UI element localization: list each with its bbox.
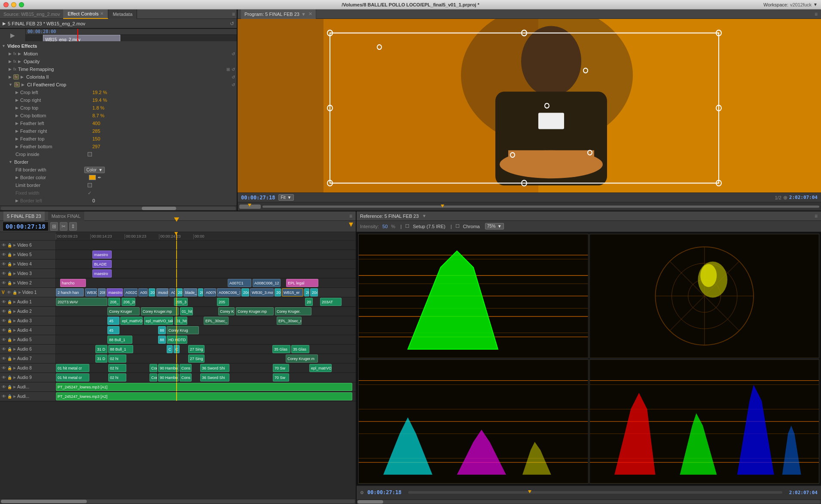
track-expand-icon[interactable]: ▶ [13,338,16,342]
clip-maestro-v5[interactable]: maestro [92,250,112,259]
clip-expand-arrow[interactable]: ▶ [3,21,6,26]
clip-27sing-a7[interactable]: 27 Sing [188,354,204,363]
monitor-scrubber-left[interactable] [239,205,261,209]
chroma-value-dropdown[interactable]: 75% ▼ [485,223,504,229]
program-monitor-tab[interactable]: Program: 5 FINAL FEB 23 ▼ ✕ [241,9,316,19]
clip-31d-a6[interactable]: 31 D [95,345,107,353]
track-eye-icon[interactable]: 👁 [2,309,6,314]
zoom-icon[interactable]: ⊕ [783,195,787,201]
track-expand-icon[interactable]: ▶ [13,394,16,398]
clip-205b[interactable]: 205 [217,298,229,306]
clip-maestro-v3[interactable]: maestro [92,269,112,278]
clip-204c-v1[interactable]: 204 [310,288,318,296]
clip-hancho-v2[interactable]: hancho [60,279,86,287]
track-expand-icon[interactable]: ▶ [13,347,16,351]
track-lock-icon[interactable]: 🔒 [7,385,12,389]
track-height-tool[interactable]: ⇕ [69,222,77,231]
track-eye-icon[interactable]: 👁 [2,299,6,304]
clip-88a[interactable]: 88 [158,326,166,334]
track-expand-icon[interactable]: ▶ [13,366,16,370]
clip-36sword-a9[interactable]: 36 Sword Shi [200,373,229,382]
track-lock-icon[interactable]: 🔒 [7,394,12,399]
clip-45b[interactable]: 45 [107,326,119,334]
clip-27sing[interactable]: 27 Sing [188,345,204,353]
track-expand-icon[interactable]: ▶ [13,253,16,257]
clip-02hi-a8[interactable]: 02 hi [108,364,126,372]
clip-205a-v1[interactable]: 205 [176,288,183,296]
clip-70sw-a8[interactable]: 70 Sw [273,364,289,372]
timeline-tab-final[interactable]: 5 FINAL FEB 23 [3,211,45,221]
track-lock-icon[interactable]: 🔒 [7,328,12,333]
clip-90hambu-a9[interactable]: 90 Hambu [158,373,179,382]
track-eye-icon[interactable]: 👁 [2,271,6,276]
clip-01hit-metal-a8[interactable]: 01 hit metal cr [56,364,89,372]
panel-menu-icon[interactable]: ≡ [232,11,235,17]
clip-corey-mp2[interactable]: Corey Kruger.mp [236,307,274,315]
clip-cor-a8[interactable]: Cor [150,364,157,372]
clip-a007c-v1[interactable]: A007C [204,288,216,296]
tab-close-icon[interactable]: ✕ [100,11,104,16]
timeline-clip[interactable]: WB15_eng_2.mov [43,35,120,41]
track-expand-icon[interactable]: ▶ [13,300,16,304]
clip-20c-v1[interactable]: 20 [304,288,309,296]
limit-border-checkbox[interactable] [88,183,92,187]
track-lock-icon[interactable]: 🔒 [7,253,12,257]
clip-wb15-v1-selected[interactable]: WB15_er [282,288,303,296]
clip-20b-v1[interactable]: 20 [198,288,203,296]
track-eye-icon[interactable]: 👁 [2,375,6,380]
ref-scrollbar[interactable] [357,499,821,504]
snap-tool[interactable]: ⊞ [50,222,58,231]
ref-dropdown-arrow[interactable]: ▼ [422,214,427,218]
crop-inside-checkbox[interactable] [88,152,92,156]
track-eye-icon[interactable]: 👁 [2,394,6,399]
ref-scroll-track[interactable] [357,500,820,504]
chroma-checkbox[interactable]: ☐ [455,223,460,229]
razor-tool[interactable]: ✂ [60,222,67,231]
track-lock-icon[interactable]: 🔒 [7,366,12,370]
clip-pt245-a2[interactable]: PT_245247_lowres.mp3 [A2] [56,392,352,400]
clip-corey-dot[interactable]: Corey Kruger. [275,307,311,315]
timeline-scrubber[interactable] [262,205,819,208]
clip-88b[interactable]: 88 [158,336,166,344]
track-expand-icon[interactable]: ▶ [13,272,16,275]
clip-cons-a8[interactable]: Cons [180,364,192,372]
close-button[interactable] [3,2,9,7]
clip-01hit-a3[interactable]: 01_hit_ [174,317,187,325]
clip-blade-v1[interactable]: blade_0 [183,288,197,296]
metadata-tab[interactable]: Metadata [108,9,137,19]
track-lock-icon[interactable]: 🔒 [12,290,17,295]
clip-35glas-a[interactable]: 35 Glas [272,345,290,353]
fit-dropdown[interactable]: Fit ▼ [278,194,293,201]
clip-01hit[interactable]: 01_hit_ [180,307,193,315]
clip-a007c-v2[interactable]: A007C1 [228,279,251,287]
eyedropper-icon[interactable]: ✒ [98,175,101,180]
reset-icon[interactable]: ↺ [230,21,234,27]
clip-blade-v4[interactable]: BLADE [92,260,112,268]
timeline-scrollbar[interactable] [0,498,356,504]
maximize-button[interactable] [19,2,24,7]
track-eye-icon[interactable]: 👁 [2,356,6,361]
clip-a002-v1[interactable]: A002C007 [124,288,137,296]
clip-epl30-ro[interactable]: EPL_30sec_ro [277,317,302,325]
ref-settings-icon[interactable]: ⚙ [360,490,364,495]
clip-208a[interactable]: 208_ [108,298,120,306]
clip-hanch-v1[interactable]: 2 hanch han [56,288,84,296]
clip-coreyk[interactable]: Corey K [218,307,235,315]
clip-c2[interactable]: C [174,345,180,353]
clip-muscle-v1[interactable]: muscle_ [156,288,168,296]
clip-88bull1[interactable]: 88 Bull_1 [107,336,132,344]
clip-20d[interactable]: 20 [305,298,313,306]
timeline-menu-icon[interactable]: ≡ [349,213,352,219]
track-lock-icon[interactable]: 🔒 [7,376,12,380]
clip-45a[interactable]: 45 [107,317,119,325]
clip-203at[interactable]: 203AT [320,298,342,306]
motion-reset[interactable]: ↺ [232,52,235,56]
clip-a008c-v2[interactable]: A008C006_12 [253,279,281,287]
effect-controls-tab[interactable]: Effect Controls ✕ [63,9,108,19]
panel-scrollbar[interactable] [0,205,237,211]
track-expand-icon[interactable]: ▶ [13,385,16,389]
track-eye-icon[interactable]: 👁 [2,243,6,247]
ref-scroll-thumb[interactable] [357,500,383,504]
timeline-scroll-track[interactable] [1,500,355,503]
track-expand-icon[interactable]: ▶ [13,328,16,332]
